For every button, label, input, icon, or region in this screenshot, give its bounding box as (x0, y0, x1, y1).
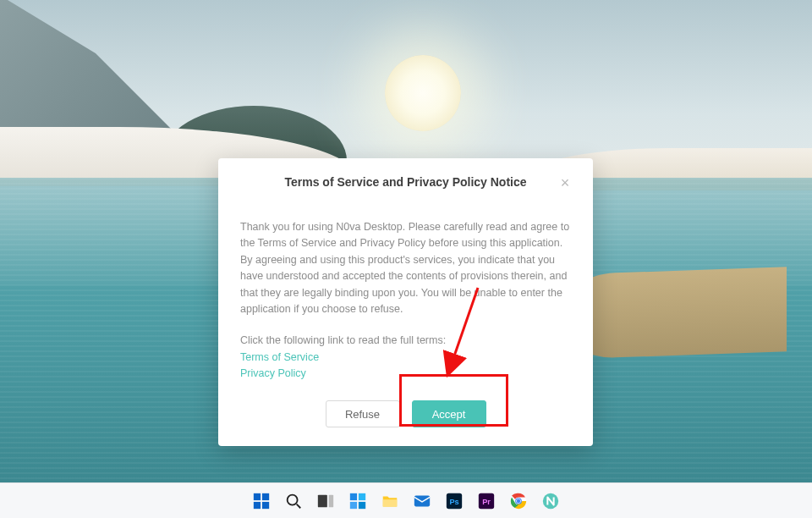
start-icon[interactable] (250, 489, 273, 513)
refuse-button[interactable]: Refuse (326, 400, 400, 427)
dialog-header: Terms of Service and Privacy Policy Noti… (240, 175, 571, 189)
dialog-body: Thank you for using N0va Desktop. Please… (240, 219, 571, 382)
svg-rect-13 (414, 495, 430, 506)
annotation-rectangle (399, 374, 508, 427)
svg-point-4 (288, 494, 298, 504)
mail-icon[interactable] (410, 489, 434, 513)
svg-point-21 (517, 499, 520, 502)
chrome-icon[interactable] (507, 489, 530, 513)
svg-line-5 (297, 504, 301, 508)
taskview-icon[interactable] (314, 489, 337, 513)
photoshop-icon[interactable]: Ps (442, 489, 466, 513)
wallpaper-sun (385, 55, 461, 131)
svg-rect-7 (329, 494, 334, 507)
close-icon[interactable]: × (556, 174, 574, 192)
svg-rect-8 (350, 493, 357, 499)
svg-rect-0 (254, 493, 261, 499)
svg-rect-6 (318, 494, 327, 507)
premiere-icon[interactable]: Pr (475, 489, 498, 513)
dialog-body-text: Thank you for using N0va Desktop. Please… (240, 219, 571, 317)
search-icon[interactable] (282, 489, 305, 513)
widgets-icon[interactable] (346, 489, 370, 513)
nova-icon[interactable] (539, 489, 562, 513)
svg-text:Pr: Pr (482, 497, 491, 505)
svg-rect-3 (262, 501, 269, 508)
links-prompt: Click the following link to read the ful… (240, 333, 571, 349)
terms-of-service-link[interactable]: Terms of Service (240, 350, 571, 366)
file-explorer-icon[interactable] (378, 489, 402, 513)
svg-rect-10 (350, 501, 357, 508)
svg-rect-9 (359, 493, 365, 499)
svg-text:Ps: Ps (449, 497, 458, 505)
dialog-title: Terms of Service and Privacy Policy Noti… (284, 175, 526, 189)
svg-rect-11 (359, 501, 365, 508)
svg-rect-12 (383, 499, 398, 506)
taskbar: Ps Pr (0, 482, 812, 518)
svg-rect-2 (254, 501, 261, 508)
svg-rect-1 (262, 493, 269, 499)
